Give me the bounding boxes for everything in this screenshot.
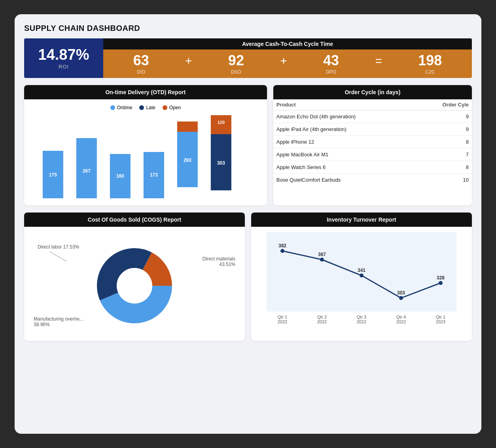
inv-x2: Qtr 2 [317,315,327,319]
oc-product: Amazon Echo Dot (4th generation) [273,110,417,123]
oc-product: Apple MacBook Air M1 [273,148,417,161]
inv-x2b: 2022 [317,319,327,324]
ontime-dot [110,105,115,110]
order-cycle-panel: Order Cycle (in days) Product Order Cyle… [273,85,472,205]
c2c-values: 63 DIO + 92 DSO + 43 DPO = 198 C2C [103,49,472,78]
c2c-dpo: 43 DPO [323,53,339,75]
inventory-chart-area: 382 367 341 303 328 Qtr 1 2022 Qtr 2 202… [251,227,472,338]
otd-panel: On-time Delivery (OTD) Report Ontime Lat… [24,85,267,205]
cogs-panel: Cost Of Goods Sold (COGS) Report [24,213,245,341]
inv-pt-2 [320,258,324,262]
oc-col-cycle: Order Cyle [417,99,472,110]
cogs-label-overhead: Manufacturing overhe...38.96% [34,316,83,327]
c2c-plus-2: + [280,54,287,68]
oc-days: 8 [417,161,472,174]
bar-may-xlabel: May-2023 [206,197,223,198]
oc-days: 10 [417,174,472,186]
inv-x3b: 2022 [357,319,366,324]
bar-apr-label: 293 [184,158,191,163]
oc-row: Bose QuietComfort Earbuds10 [273,174,472,186]
bottom-row: Cost Of Goods Sold (COGS) Report [24,213,472,341]
c2c-dio: 63 DIO [133,53,149,75]
oc-tbody: Amazon Echo Dot (4th generation)9Apple i… [273,110,472,186]
roi-value: 14.87% [38,47,89,63]
open-dot [163,105,167,110]
inv-x4: Qtr 4 [396,315,406,319]
inv-val-1: 382 [278,243,286,249]
inv-val-5: 328 [437,275,445,281]
cogs-label-labor: Direct labor 17.53% [38,244,79,252]
ontime-label: Ontime [117,105,133,110]
c2c-title: Average Cash-To-Cash Cycle Time [103,38,472,49]
late-label: Late [146,105,155,110]
inv-x1: Qtr 1 [278,315,287,319]
middle-row: On-time Delivery (OTD) Report Ontime Lat… [24,85,472,205]
oc-product: Apple Watch Series 6 [273,161,417,174]
late-dot [139,105,144,110]
donut-container: Direct labor 17.53% Direct materials43.5… [30,232,239,335]
order-cycle-body: Product Order Cyle Amazon Echo Dot (4th … [273,99,472,186]
cogs-body: Direct labor 17.53% Direct materials43.5… [24,227,245,341]
otd-legend: Ontime Late Open [30,105,261,110]
oc-days: 9 [417,123,472,136]
inventory-line-chart: 382 367 341 303 328 Qtr 1 2022 Qtr 2 202… [255,232,468,327]
inv-x3: Qtr 3 [357,315,366,319]
oc-product: Bose QuietComfort Earbuds [273,174,417,186]
otd-body: Ontime Late Open 175 Dec-2 [24,99,267,205]
dashboard-title: SUPPLY CHAIN DASHBOARD [24,24,472,33]
bar-may-open-label: 120 [218,120,225,125]
bar-dec-label: 175 [49,172,57,178]
roi-box: 14.87% ROI [24,38,103,78]
legend-late: Late [139,105,155,110]
legend-ontime: Ontime [110,105,133,110]
bar-feb-label: 160 [116,173,124,179]
oc-product: Apple iPad Air (4th generation) [273,123,417,136]
oc-row: Amazon Echo Dot (4th generation)9 [273,110,472,123]
c2c-plus-1: + [185,54,192,68]
inventory-panel: Inventory Turnover Report [251,213,472,341]
oc-row: Apple iPhone 128 [273,136,472,148]
bar-apr-xlabel: Apr-2023 [174,197,189,198]
oc-days: 9 [417,110,472,123]
otd-bar-chart: 175 Dec-20... 267 Jan-2023 160 Feb-2023 … [30,115,261,198]
oc-col-product: Product [273,99,417,110]
order-cycle-table: Product Order Cyle Amazon Echo Dot (4th … [273,99,472,186]
inv-pt-1 [280,249,284,253]
inv-val-3: 341 [358,268,365,273]
oc-row: Apple Watch Series 68 [273,161,472,174]
inv-pt-5 [439,281,443,285]
bar-may-label: 303 [217,160,225,166]
c2c-equals: = [375,54,382,68]
inv-x5: Qtr 1 [436,315,445,319]
inv-pt-3 [360,273,363,277]
kpi-row: 14.87% ROI Average Cash-To-Cash Cycle Ti… [24,38,472,78]
bar-apr-open [177,121,198,132]
cogs-label-materials: Direct materials43.51% [203,256,235,267]
inv-pt-4 [399,296,403,300]
inv-x1b: 2022 [278,319,287,324]
open-label: Open [169,105,181,110]
c2c-total: 198 C2C [418,53,442,75]
cogs-title: Cost Of Goods Sold (COGS) Report [24,213,245,227]
donut-svg [83,242,186,329]
c2c-dso: 92 DSO [228,53,244,75]
legend-open: Open [163,105,181,110]
inv-val-2: 367 [318,252,326,257]
order-cycle-title: Order Cycle (in days) [273,85,472,99]
roi-label: ROI [59,64,69,70]
inventory-title: Inventory Turnover Report [251,213,472,227]
bar-mar-label: 173 [150,172,158,178]
oc-header-row: Product Order Cyle [273,99,472,110]
oc-days: 7 [417,148,472,161]
bar-jan-label: 267 [83,168,91,174]
otd-title: On-time Delivery (OTD) Report [24,85,267,99]
bar-may-open [211,115,231,134]
oc-row: Apple iPad Air (4th generation)9 [273,123,472,136]
inv-x5b: 2023 [436,319,445,324]
donut-hole [117,268,152,303]
oc-days: 8 [417,136,472,148]
inv-val-4: 303 [397,290,405,296]
c2c-wrapper: Average Cash-To-Cash Cycle Time 63 DIO +… [103,38,472,78]
dashboard: SUPPLY CHAIN DASHBOARD 14.87% ROI Averag… [15,14,481,434]
oc-product: Apple iPhone 12 [273,136,417,148]
